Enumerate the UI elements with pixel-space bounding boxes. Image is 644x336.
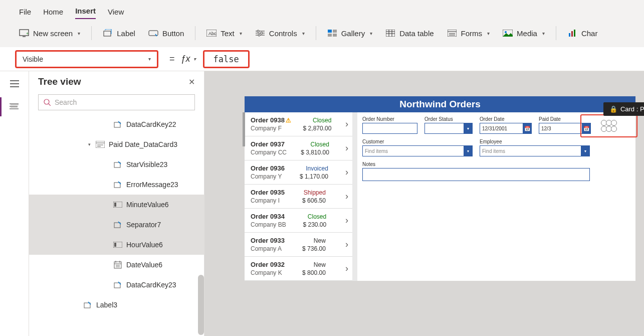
tree-view-button[interactable] <box>8 100 21 113</box>
scrollbar[interactable] <box>198 275 204 335</box>
gallery-icon <box>327 29 337 37</box>
pencil-icon <box>113 160 122 169</box>
menu-file[interactable]: File <box>19 4 31 19</box>
tree-item-label: DateValue6 <box>126 261 162 269</box>
svg-rect-44 <box>114 203 116 207</box>
order-amount: $ 2,870.00 <box>303 125 332 132</box>
separator <box>195 26 195 40</box>
media-icon <box>503 29 513 37</box>
scrollbar[interactable] <box>243 112 245 146</box>
tree-item[interactable]: DateValue6 <box>29 255 204 275</box>
order-company: Company BB <box>251 221 286 228</box>
order-row[interactable]: Order 0936Company YInvoiced$ 1,170.00› <box>245 160 352 185</box>
app-body: Order 0938 ⚠Company FClosed$ 2,870.00›Or… <box>245 112 635 281</box>
button-button[interactable]: Button <box>144 26 188 41</box>
customer-field: Customer Find items▾ <box>362 139 473 156</box>
label-button[interactable]: Label <box>99 26 139 41</box>
paid-date-input[interactable]: 12/3📅 <box>539 123 591 134</box>
menu-view[interactable]: View <box>108 4 124 19</box>
forms-button[interactable]: Forms ▾ <box>443 26 494 41</box>
tree-item[interactable]: Separator7 <box>29 215 204 235</box>
svg-rect-16 <box>333 34 337 37</box>
menu-insert[interactable]: Insert <box>75 3 96 19</box>
separator <box>316 26 316 40</box>
order-row[interactable]: Order 0935Company IShipped$ 606.50› <box>245 185 352 209</box>
fx-button[interactable]: ƒx ▾ <box>181 54 196 64</box>
field-label: Order Date <box>480 116 532 122</box>
tree-item[interactable]: StarVisible23 <box>29 154 204 175</box>
order-amount: $ 3,810.00 <box>301 149 329 156</box>
tree-search-input[interactable]: Search <box>38 94 195 110</box>
left-rail <box>0 71 29 336</box>
order-row[interactable]: Order 0938 ⚠Company FClosed$ 2,870.00› <box>245 112 352 136</box>
tree-item[interactable]: Label3 <box>29 295 204 315</box>
text-icon: Abc <box>206 29 217 37</box>
order-status: New <box>314 261 326 268</box>
chart-label: Char <box>581 29 598 38</box>
svg-rect-22 <box>448 30 457 37</box>
order-row[interactable]: Order 0937Company CCClosed$ 3,810.00› <box>245 136 352 160</box>
hamburger-button[interactable] <box>8 77 21 90</box>
customer-dropdown[interactable]: Find items▾ <box>362 145 473 156</box>
tree-item[interactable]: DataCardKey23 <box>29 275 204 295</box>
svg-point-27 <box>505 31 507 33</box>
tree-item[interactable]: ▾Paid Date_DataCard3 <box>29 134 204 154</box>
field-label: Customer <box>362 139 473 144</box>
chart-button[interactable]: Char <box>563 26 602 41</box>
separator <box>91 26 92 40</box>
order-date-input[interactable]: 12/31/2001📅 <box>480 123 532 134</box>
property-selector[interactable]: Visible ▾ <box>15 50 158 68</box>
svg-rect-55 <box>84 303 90 308</box>
forms-label: Forms <box>461 29 483 38</box>
close-icon[interactable]: ✕ <box>188 77 195 87</box>
svg-line-35 <box>49 104 51 106</box>
order-status: Closed <box>311 141 329 148</box>
placeholder: Find items <box>482 148 505 154</box>
new-screen-button[interactable]: + New screen ▾ <box>15 26 84 41</box>
search-placeholder: Search <box>55 98 77 106</box>
expand-icon[interactable]: ▾ <box>88 142 91 147</box>
gallery-button[interactable]: Gallery ▾ <box>323 26 377 41</box>
order-number-input[interactable] <box>362 123 417 134</box>
tree-item[interactable]: MinuteValue6 <box>29 195 204 215</box>
chevron-right-icon: › <box>345 239 348 250</box>
svg-rect-36 <box>114 122 120 127</box>
tree-item[interactable]: HourValue6 <box>29 235 204 255</box>
forms-icon <box>447 29 457 37</box>
employee-dropdown[interactable]: Find items▾ <box>480 145 590 156</box>
tree-item[interactable]: ErrorMessage23 <box>29 175 204 195</box>
tree-item-label: Label3 <box>96 301 117 309</box>
lock-icon: 🔒 <box>609 105 617 113</box>
text-button[interactable]: Abc Text ▾ <box>202 26 246 41</box>
formula-input[interactable]: false <box>203 50 250 68</box>
controls-button[interactable]: Controls ▾ <box>251 26 309 41</box>
svg-point-10 <box>257 30 259 32</box>
order-row[interactable]: Order 0933Company ANew$ 736.00› <box>245 233 352 257</box>
order-number-field: Order Number <box>362 116 417 134</box>
tree-item-label: MinuteValue6 <box>126 201 169 209</box>
svg-text:Abc: Abc <box>208 31 217 36</box>
order-row[interactable]: Order 0932Company KNew$ 800.00› <box>245 257 352 281</box>
new-screen-label: New screen <box>33 29 73 38</box>
notes-input[interactable] <box>362 168 590 181</box>
order-gallery[interactable]: Order 0938 ⚠Company FClosed$ 2,870.00›Or… <box>245 112 352 281</box>
media-button[interactable]: Media ▾ <box>499 26 549 41</box>
tree-item-label: Separator7 <box>126 221 161 229</box>
order-status: Invoiced <box>306 165 328 172</box>
svg-rect-14 <box>333 30 337 33</box>
order-company: Company Y <box>251 173 285 180</box>
chevron-right-icon: › <box>345 119 348 129</box>
menu-home[interactable]: Home <box>43 4 63 19</box>
svg-rect-37 <box>96 141 105 148</box>
detail-form: 🔒 Card : Paid Date Order Number <box>357 112 635 281</box>
pencil-icon <box>113 220 122 229</box>
chevron-right-icon: › <box>345 263 348 274</box>
data-table-button[interactable]: Data table <box>381 26 438 41</box>
tooltip-text: Card : Paid Date <box>620 105 644 113</box>
order-row[interactable]: Order 0934Company BBClosed$ 230.00› <box>245 209 352 233</box>
order-status: Closed <box>308 213 326 220</box>
chevron-down-icon: ▾ <box>370 31 372 36</box>
order-status-dropdown[interactable]: ▾ <box>424 123 473 134</box>
tree-item[interactable]: DataCardKey22 <box>29 114 204 134</box>
order-company: Company CC <box>251 149 287 156</box>
